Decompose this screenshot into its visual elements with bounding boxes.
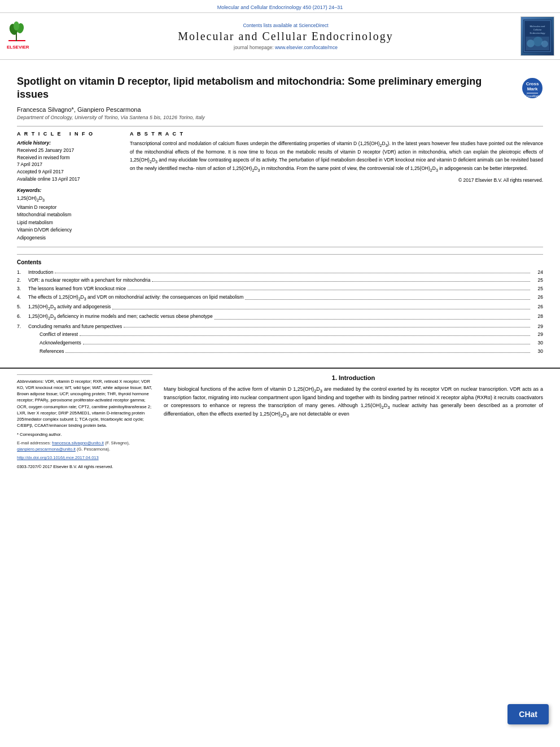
contents-list: 1. Introduction 24 2. VDR: a nuclear rec… xyxy=(17,269,543,355)
affiliation-text: Department of Oncology, University of To… xyxy=(17,115,543,120)
contents-item-7: 7. Concluding remarks and future perspec… xyxy=(17,323,543,330)
keyword-2: Vitamin D receptor xyxy=(17,204,119,212)
homepage-url[interactable]: www.elsevier.com/locate/mce xyxy=(275,45,338,50)
svg-text:Molecular and: Molecular and xyxy=(530,25,546,28)
keywords-label: Keywords: xyxy=(17,187,119,193)
introduction-heading: 1. Introduction xyxy=(164,374,543,381)
contents-item-4: 4. The effects of 1,25(OH)2D3 and VDR on… xyxy=(17,294,543,302)
journal-ref-text: Molecular and Cellular Endocrinology 450… xyxy=(217,5,343,10)
abstract-heading: A B S T R A C T xyxy=(130,131,543,137)
abbreviations-text: VDR, vitamin D receptor; RXR, retinoid X… xyxy=(17,379,152,429)
article-info-heading: A R T I C L E I N F O xyxy=(17,131,119,137)
article-title-block: Cross Mark CrossMark Spotlight on vitami… xyxy=(17,75,543,102)
chat-button[interactable]: CHat xyxy=(508,704,549,724)
footnotes-column: Abbreviations: VDR, vitamin D receptor; … xyxy=(17,374,152,472)
abbreviations-label: Abbreviations: xyxy=(17,379,45,384)
article-history: Article history: Received 25 January 201… xyxy=(17,140,119,183)
email-line: E-mail addresses: francesca.silvagno@uni… xyxy=(17,440,152,453)
revised-label: Received in revised form xyxy=(17,154,119,161)
doi-url[interactable]: http://dx.doi.org/10.1016/j.mce.2017.04.… xyxy=(17,455,99,460)
contents-section: Contents 1. Introduction 24 2. VDR: a nu… xyxy=(17,254,543,355)
article-info-abstract-section: A R T I C L E I N F O Article history: R… xyxy=(17,131,543,242)
history-label: Article history: xyxy=(17,140,119,146)
contents-item-3: 3. The lessons learned from VDR knockout… xyxy=(17,285,543,292)
abstract-text: Transcriptional control and modulation o… xyxy=(130,140,543,174)
email-1-link[interactable]: francesca.silvagno@unito.it xyxy=(52,440,104,445)
keywords-section: Keywords: 1,25(OH)2D3 Vitamin D receptor… xyxy=(17,187,119,242)
keyword-1: 1,25(OH)2D3 xyxy=(17,195,119,204)
elsevier-logo-svg: ELSEVIER xyxy=(6,20,51,51)
contents-title: Contents xyxy=(17,259,543,265)
keyword-3: Mitochondrial metabolism xyxy=(17,211,119,219)
journal-reference: Molecular and Cellular Endocrinology 450… xyxy=(0,0,560,12)
article-title: Spotlight on vitamin D receptor, lipid m… xyxy=(17,75,543,102)
keyword-5: Vitamin D/VDR deficiency xyxy=(17,226,119,234)
corresponding-author: * Corresponding author. xyxy=(17,431,152,438)
svg-point-4 xyxy=(14,21,19,30)
svg-point-13 xyxy=(533,37,542,46)
main-content: Cross Mark CrossMark Spotlight on vitami… xyxy=(0,60,560,362)
available-date: Available online 13 April 2017 xyxy=(17,176,119,183)
revised-date: 7 April 2017 xyxy=(17,161,119,168)
issn-line: 0303-7207/© 2017 Elsevier B.V. All right… xyxy=(17,464,152,470)
journal-title-main: Molecular and Cellular Endocrinology xyxy=(51,30,520,43)
received-date: Received 25 January 2017 xyxy=(17,147,119,154)
abstract-column: A B S T R A C T Transcriptional control … xyxy=(130,131,543,242)
svg-text:ELSEVIER: ELSEVIER xyxy=(7,45,29,50)
journal-thumbnail: Molecular and Cellular Endocrinology xyxy=(520,16,554,56)
page: Molecular and Cellular Endocrinology 450… xyxy=(0,0,560,472)
authors-line: Francesca Silvagno*, Gianpiero Pescarmon… xyxy=(17,106,543,113)
bottom-section: Abbreviations: VDR, vitamin D receptor; … xyxy=(0,374,560,472)
authors-text: Francesca Silvagno*, Gianpiero Pescarmon… xyxy=(17,106,141,113)
svg-text:Cellular: Cellular xyxy=(533,28,542,31)
contents-item-acknowledgements: Acknowledgements 30 xyxy=(17,339,543,347)
svg-text:CrossMark: CrossMark xyxy=(526,94,540,98)
abbreviations-block: Abbreviations: VDR, vitamin D receptor; … xyxy=(17,378,152,429)
svg-point-14 xyxy=(541,41,548,47)
contents-item-2: 2. VDR: a nuclear receptor with a pencha… xyxy=(17,277,543,284)
accepted-date: Accepted 9 April 2017 xyxy=(17,168,119,176)
sciencedirect-link[interactable]: ScienceDirect xyxy=(299,23,328,28)
svg-text:Cross: Cross xyxy=(526,81,539,86)
keyword-6: Adipogenesis xyxy=(17,234,119,242)
journal-title-block: Contents lists available at ScienceDirec… xyxy=(51,23,520,50)
email-2-link[interactable]: gianpiero.pescarmona@unito.it xyxy=(17,447,76,452)
elsevier-logo: ELSEVIER xyxy=(6,20,51,53)
doi-link: http://dx.doi.org/10.1016/j.mce.2017.04.… xyxy=(17,455,152,461)
journal-homepage: journal homepage: www.elsevier.com/locat… xyxy=(51,45,520,50)
contents-item-6: 6. 1,25(OH)2D3 deficiency in murine mode… xyxy=(17,313,543,321)
svg-text:Endocrinology: Endocrinology xyxy=(530,32,545,34)
copyright-notice: © 2017 Elsevier B.V. All rights reserved… xyxy=(130,177,543,183)
article-info-column: A R T I C L E I N F O Article history: R… xyxy=(17,131,119,242)
contents-item-conflict: Conflict of interest 29 xyxy=(17,331,543,338)
crossmark-logo: Cross Mark CrossMark xyxy=(522,77,543,100)
introduction-column: 1. Introduction Many biological function… xyxy=(164,374,543,472)
divider-1 xyxy=(17,126,543,126)
svg-text:Mark: Mark xyxy=(527,86,538,91)
journal-header: ELSEVIER Contents lists available at Sci… xyxy=(0,12,560,60)
keyword-4: Lipid metabolism xyxy=(17,219,119,227)
contents-item-1: 1. Introduction 24 xyxy=(17,269,543,276)
divider-2 xyxy=(17,247,543,247)
sciencedirect-text: Contents lists available at ScienceDirec… xyxy=(51,23,520,28)
bottom-divider xyxy=(0,368,560,369)
journal-cover-image: Molecular and Cellular Endocrinology xyxy=(523,17,552,55)
homepage-label: journal homepage: xyxy=(234,45,273,50)
contents-item-references: References 30 xyxy=(17,348,543,355)
introduction-text: Many biological functions of the active … xyxy=(164,386,543,420)
contents-item-5: 5. 1,25(OH)2D3 activity and adipogenesis… xyxy=(17,303,543,312)
crossmark-svg: Cross Mark CrossMark xyxy=(522,77,543,99)
